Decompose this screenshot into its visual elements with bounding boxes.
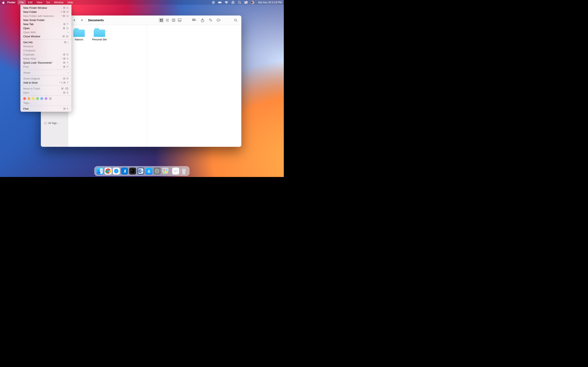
tag-button[interactable] [208,18,214,23]
menu-item[interactable]: Close Window⌘ W [20,34,71,38]
wifi-icon[interactable] [225,1,228,4]
menu-item-label: Close Window [23,35,62,38]
tag-color-dot[interactable] [23,97,26,100]
svg-rect-15 [160,19,161,20]
svg-rect-64 [141,171,143,172]
tag-color-dot[interactable] [45,97,47,100]
tag-color-dot[interactable] [49,97,52,100]
menubar-app-menus: Finder File Edit View Go Window Help [5,0,75,4]
svg-point-14 [44,122,47,124]
menu-item-label: Compress [23,49,69,52]
share-button[interactable] [200,18,205,23]
menubar-item-window[interactable]: Window [52,0,65,4]
menu-item-label: Print [23,65,63,68]
dock-app-launchpad[interactable] [162,167,169,175]
svg-rect-27 [178,21,179,22]
folder-item[interactable]: Natours [71,28,87,41]
dock-app-terminal[interactable]: >_ [129,167,136,175]
tag-color-dot[interactable] [27,97,30,100]
menu-item[interactable]: Add to Dock^⇧⌘ T [20,81,71,85]
svg-point-37 [210,19,210,20]
svg-point-42 [234,19,236,21]
sidebar-item-all-tags[interactable]: All Tags… [41,121,68,125]
menubar-app-name[interactable]: Finder [5,0,17,4]
search-button[interactable] [233,18,238,23]
dock-app-vs-code[interactable] [121,167,128,175]
menubar-item-go[interactable]: Go [44,0,52,4]
finder-main: Documents [68,16,241,147]
menu-item: Rename [20,44,71,48]
menubar-datetime[interactable]: Sat Nov 28 3:19 PM [257,1,282,4]
dock-app-word[interactable]: W [138,167,144,175]
nav-forward-button[interactable] [79,18,85,23]
menubar: Finder File Edit View Go Window Help Sat… [0,0,284,5]
menubar-item-edit[interactable]: Edit [26,0,35,4]
tag-color-dot[interactable] [32,97,35,100]
svg-rect-23 [172,19,175,21]
menu-item-label: New Tab [23,23,63,26]
menu-item[interactable]: Quick Look “Documents”⌘ Y [20,60,71,65]
user-account-icon[interactable] [231,1,235,4]
menu-item[interactable]: New Tab⌘ T [20,22,71,26]
dock-app-finder[interactable] [96,167,104,175]
svg-rect-75 [174,170,177,170]
svg-rect-65 [146,168,152,174]
menu-item: Show Original⌘ R [20,76,71,81]
menu-item-label: Duplicate [23,53,63,56]
nav-back-button[interactable] [71,18,77,23]
dock-app-trash[interactable] [181,167,187,175]
status-activity-icon[interactable] [212,1,215,4]
svg-rect-29 [180,21,181,22]
menu-item[interactable]: Open⌘ O [20,26,71,30]
view-column-button[interactable] [171,18,176,23]
menu-item[interactable]: Find⌘ F [20,107,71,111]
dock-app-system-preferences[interactable] [154,167,161,175]
menubar-item-view[interactable]: View [35,0,44,4]
svg-point-40 [218,20,218,20]
menubar-item-help[interactable]: Help [66,0,75,4]
menu-item-label: Share [23,71,68,74]
menu-item-shortcut: ⌘ T [63,23,69,26]
finder-files-area[interactable]: NatoursPersonal Site [68,25,147,147]
tag-color-dot[interactable] [40,97,43,100]
svg-rect-3 [218,2,221,3]
view-list-button[interactable] [164,18,170,23]
dock-app-safari[interactable] [113,167,120,175]
svg-point-52 [107,170,109,172]
submenu-chevron-icon: › [68,71,69,74]
action-menu-button[interactable] [216,18,222,23]
firefox-status-icon[interactable] [251,1,254,4]
view-gallery-button[interactable] [177,18,182,23]
svg-point-39 [217,20,218,20]
menu-item[interactable]: Get Info⌘ I [20,40,71,44]
menu-item-label: New Smart Folder [23,18,69,22]
svg-rect-77 [174,172,176,172]
dock-app-document[interactable] [172,167,179,175]
finder-content: NatoursPersonal Site [68,25,241,147]
menu-item: Share› [20,71,71,75]
group-by-button[interactable] [191,18,197,23]
tag-color-dot[interactable] [36,97,39,100]
dock: >_W [94,166,190,176]
apple-menu-icon[interactable] [2,1,5,4]
svg-point-1 [213,2,214,3]
menu-item-label: Move to Trash [23,87,61,90]
menu-item: Move to Trash⌘ ⌫ [20,86,71,91]
menu-item[interactable]: New Folder⇧⌘ N [20,10,71,14]
control-center-icon[interactable] [244,1,248,4]
menubar-item-file[interactable]: File [17,0,26,4]
menu-item[interactable]: New Finder Window⌘ N [20,6,71,10]
svg-rect-34 [193,20,194,21]
menu-item-label: Eject [23,91,63,94]
folder-item[interactable]: Personal Site [91,28,107,41]
spotlight-icon[interactable] [238,1,241,4]
finder-preview-pane [147,25,241,147]
view-icon-button[interactable] [158,18,164,23]
dock-app-app-store[interactable] [146,167,153,175]
dock-app-chrome[interactable] [105,167,112,175]
menu-item[interactable]: New Smart Folder [20,18,71,22]
battery-icon[interactable] [218,1,222,4]
svg-point-6 [232,1,233,2]
menu-item: Print⌘ P [20,65,71,69]
svg-rect-4 [221,2,222,3]
